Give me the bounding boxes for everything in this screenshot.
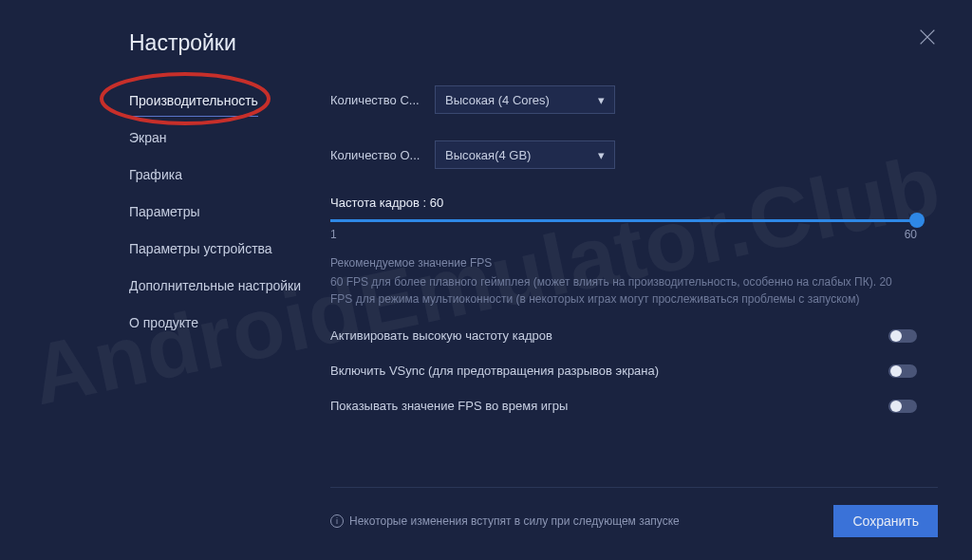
fps-min: 1 bbox=[330, 228, 337, 241]
sidebar-item-graphics[interactable]: Графика bbox=[129, 159, 319, 191]
toggle-knob bbox=[890, 401, 902, 412]
toggle-highfps[interactable] bbox=[888, 329, 917, 343]
fps-value: 60 bbox=[430, 196, 443, 210]
main-panel: Количество C... Высокая (4 Cores) ▾ Коли… bbox=[330, 85, 938, 413]
fps-max: 60 bbox=[905, 228, 917, 241]
save-button[interactable]: Сохранить bbox=[833, 505, 938, 537]
fps-slider-fill bbox=[330, 219, 917, 222]
close-icon bbox=[917, 27, 938, 47]
page-title: Настройки bbox=[129, 30, 236, 56]
select-ram-value: Высокая(4 GB) bbox=[445, 148, 531, 162]
fps-hint: Рекомендуемое значение FPS 60 FPS для бо… bbox=[330, 254, 900, 308]
fps-hint-body: 60 FPS для более плавного геймплея (може… bbox=[330, 273, 900, 308]
fps-label-prefix: Частота кадров : bbox=[330, 196, 430, 210]
sidebar-item-device-params[interactable]: Параметры устройства bbox=[129, 233, 319, 265]
toggle-row-vsync: Включить VSync (для предотвращения разры… bbox=[330, 364, 917, 378]
label-cores: Количество C... bbox=[330, 93, 435, 107]
label-ram: Количество О... bbox=[330, 148, 435, 162]
toggle-label-vsync: Включить VSync (для предотвращения разры… bbox=[330, 364, 659, 378]
sidebar-item-performance[interactable]: Производительность bbox=[129, 85, 258, 117]
select-cores[interactable]: Высокая (4 Cores) ▾ bbox=[435, 85, 615, 114]
fps-slider-thumb[interactable] bbox=[909, 213, 925, 228]
close-button[interactable] bbox=[917, 27, 938, 47]
restart-note: i Некоторые изменения вступят в силу при… bbox=[330, 514, 680, 528]
toggle-showfps[interactable] bbox=[888, 400, 917, 413]
toggle-knob bbox=[890, 330, 902, 342]
toggle-knob bbox=[890, 365, 902, 377]
toggle-row-highfps: Активировать высокую частоту кадров bbox=[330, 328, 917, 343]
row-ram: Количество О... Высокая(4 GB) ▾ bbox=[330, 140, 938, 169]
sidebar-item-params[interactable]: Параметры bbox=[129, 196, 319, 228]
select-cores-value: Высокая (4 Cores) bbox=[445, 93, 550, 107]
select-ram[interactable]: Высокая(4 GB) ▾ bbox=[435, 140, 615, 169]
toggle-vsync[interactable] bbox=[888, 364, 917, 378]
sidebar: Производительность Экран Графика Парамет… bbox=[129, 85, 319, 345]
fps-slider-range: 1 60 bbox=[330, 228, 917, 241]
fps-slider[interactable] bbox=[330, 219, 917, 222]
fps-slider-label: Частота кадров : 60 bbox=[330, 196, 938, 210]
restart-note-text: Некоторые изменения вступят в силу при с… bbox=[349, 514, 680, 528]
chevron-down-icon: ▾ bbox=[598, 148, 605, 162]
chevron-down-icon: ▾ bbox=[598, 93, 605, 107]
sidebar-item-screen[interactable]: Экран bbox=[129, 122, 319, 154]
row-cores: Количество C... Высокая (4 Cores) ▾ bbox=[330, 85, 938, 114]
fps-hint-title: Рекомендуемое значение FPS bbox=[330, 254, 900, 271]
toggle-label-highfps: Активировать высокую частоту кадров bbox=[330, 328, 552, 343]
fps-slider-section: Частота кадров : 60 1 60 bbox=[330, 196, 938, 241]
sidebar-item-advanced[interactable]: Дополнительные настройки bbox=[129, 271, 319, 302]
info-icon: i bbox=[330, 514, 344, 528]
toggle-row-showfps: Показывать значение FPS во время игры bbox=[330, 399, 917, 413]
footer: i Некоторые изменения вступят в силу при… bbox=[330, 487, 938, 537]
sidebar-item-about[interactable]: О продукте bbox=[129, 308, 319, 339]
toggle-label-showfps: Показывать значение FPS во время игры bbox=[330, 399, 568, 413]
